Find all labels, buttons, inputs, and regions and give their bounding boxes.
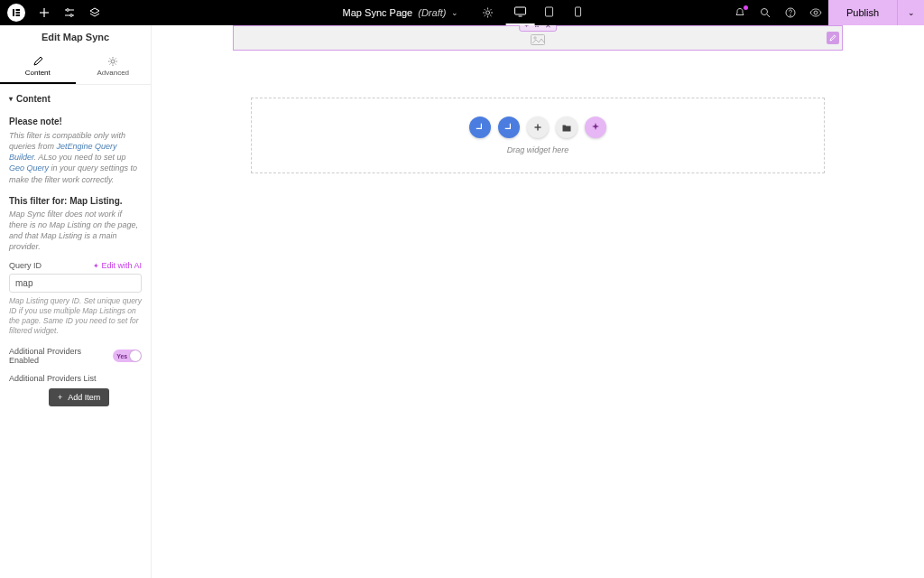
publish-button[interactable]: Publish — [828, 0, 897, 25]
section-content-label: Content — [16, 94, 51, 104]
toggle-yes-label: Yes — [116, 353, 127, 359]
page-settings-icon[interactable] — [482, 7, 493, 18]
svg-line-17 — [767, 14, 770, 17]
query-id-label: Query ID — [9, 261, 42, 270]
notification-dot — [744, 5, 748, 10]
drop-area[interactable]: Drag widget here — [251, 98, 825, 173]
tab-content[interactable]: Content — [0, 49, 76, 84]
svg-rect-15 — [575, 7, 580, 16]
svg-rect-0 — [13, 9, 14, 16]
device-mobile[interactable] — [563, 0, 592, 25]
svg-rect-2 — [16, 12, 21, 14]
notifications-icon[interactable] — [727, 0, 753, 25]
drag-widget-label: Drag widget here — [507, 145, 569, 154]
tab-advanced-label: Advanced — [76, 69, 152, 77]
filter-for-note: Map Sync filter does not work if there i… — [9, 209, 142, 253]
elementor-logo[interactable] — [7, 4, 25, 22]
gear-icon — [76, 56, 152, 67]
section-content-toggle[interactable]: Content — [9, 85, 142, 111]
help-icon[interactable] — [778, 0, 803, 25]
please-note-title: Please note! — [9, 117, 142, 126]
addl-providers-enabled-label: Additional Providers Enabled — [9, 347, 113, 365]
selected-section[interactable]: + ⠿ ✕ — [233, 25, 843, 51]
panel-title: Edit Map Sync — [0, 25, 151, 49]
svg-point-16 — [761, 9, 767, 15]
svg-rect-1 — [16, 9, 21, 11]
chevron-down-icon: ⌄ — [451, 8, 458, 17]
query-id-input[interactable] — [9, 274, 142, 293]
add-item-button[interactable]: Add Item — [49, 388, 109, 406]
section-edit-icon[interactable] — [827, 32, 839, 44]
page-name: Map Sync Page — [343, 7, 413, 18]
search-icon[interactable] — [753, 0, 778, 25]
drop-ai-button[interactable] — [585, 117, 606, 138]
svg-point-23 — [534, 37, 536, 39]
drop-action-1[interactable] — [469, 117, 491, 138]
drop-action-2[interactable] — [498, 117, 520, 138]
svg-rect-14 — [545, 7, 552, 16]
filter-for-title: This filter for: Map Listing. — [9, 196, 142, 206]
layers-icon[interactable] — [88, 7, 101, 18]
device-tablet[interactable] — [534, 0, 563, 25]
settings-sliders-icon[interactable] — [63, 7, 76, 18]
addl-providers-enabled-toggle[interactable]: Yes — [113, 350, 142, 362]
svg-rect-12 — [514, 7, 525, 14]
svg-point-7 — [67, 9, 69, 12]
section-add-icon[interactable]: + — [524, 25, 529, 30]
image-placeholder-icon — [531, 34, 545, 45]
publish-dropdown[interactable]: ⌄ — [897, 0, 924, 25]
query-id-help: Map Listing query ID. Set unique query I… — [9, 296, 142, 336]
device-desktop[interactable] — [505, 0, 534, 25]
svg-marker-10 — [90, 8, 99, 14]
svg-point-21 — [111, 60, 115, 63]
edit-with-ai-button[interactable]: Edit with AI — [93, 261, 142, 270]
please-note-body: This filter is compatible only with quer… — [9, 130, 142, 185]
drop-add-button[interactable] — [527, 117, 549, 138]
link-geo-query[interactable]: Geo Query — [9, 163, 49, 172]
draft-badge: (Draft) — [418, 7, 446, 18]
drop-folder-button[interactable] — [556, 117, 578, 138]
section-controls: + ⠿ ✕ — [519, 25, 557, 32]
add-icon[interactable] — [38, 7, 51, 18]
preview-icon[interactable] — [803, 0, 828, 25]
section-close-icon[interactable]: ✕ — [545, 25, 551, 30]
toggle-knob — [130, 350, 141, 361]
pencil-icon — [0, 56, 76, 67]
tab-content-label: Content — [0, 69, 76, 77]
svg-point-20 — [814, 11, 818, 14]
svg-point-9 — [70, 14, 73, 17]
addl-providers-list-label: Additional Providers List — [9, 374, 142, 383]
svg-point-19 — [790, 15, 791, 16]
svg-rect-3 — [16, 14, 21, 16]
chevron-down-icon: ⌄ — [908, 8, 915, 17]
canvas[interactable]: + ⠿ ✕ Drag wi — [152, 25, 924, 578]
tab-advanced[interactable]: Advanced — [76, 49, 152, 84]
section-drag-icon[interactable]: ⠿ — [534, 25, 540, 30]
svg-point-11 — [485, 11, 489, 14]
page-title-selector[interactable]: Map Sync Page (Draft) ⌄ — [332, 0, 470, 25]
